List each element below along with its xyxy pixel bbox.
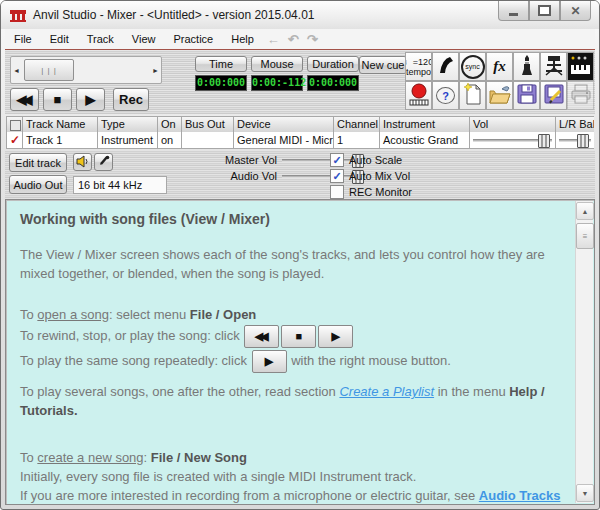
play-icon: ▶ [265, 352, 273, 371]
mouse-counter: Mouse 0:00:-112 [251, 56, 303, 91]
scroll-up-icon[interactable]: ▲ [576, 202, 594, 220]
create-a-playlist-link[interactable]: Create a Playlist [339, 384, 434, 399]
audio-out-button[interactable]: Audio Out [9, 175, 67, 194]
redo-icon[interactable]: ↷ [303, 32, 322, 47]
restore-button[interactable] [529, 1, 560, 21]
window-title: Anvil Studio - Mixer - <Untitled> - vers… [33, 8, 314, 22]
file-open-bold: File / Open [190, 307, 256, 322]
text: : select menu [109, 307, 190, 322]
help-scrollbar[interactable]: ▲ ≡ ▼ [575, 201, 593, 503]
menu-bar: File Edit Track View Practice Help ← ↶ ↷ [5, 29, 595, 50]
stop-button[interactable]: ■ [43, 88, 72, 111]
tempo-value: ♩=120 [405, 57, 432, 67]
undo-icon[interactable]: ↶ [284, 32, 303, 47]
auto-mix-vol-checkbox[interactable]: ✓ Auto Mix Vol [330, 169, 410, 183]
col-instrument[interactable]: Instrument [380, 116, 470, 132]
track-device-cell[interactable]: General MIDI - Microso [234, 132, 334, 149]
mouse-button[interactable]: Mouse [251, 56, 303, 72]
drum-kit-button[interactable] [540, 52, 567, 81]
toolbar-icon-grid: ♩=120 tempo sync fx [405, 52, 594, 110]
audio-input-button[interactable] [513, 52, 540, 81]
text: To play several songs, one after the oth… [20, 384, 339, 399]
col-channel[interactable]: Channel [334, 116, 380, 132]
play-icon: ▶ [86, 92, 96, 107]
help-playlist-line: To play several songs, one after the oth… [20, 382, 568, 420]
save-as-button[interactable] [540, 81, 567, 110]
tempo-button[interactable]: ♩=120 tempo [405, 52, 432, 81]
open-folder-icon [488, 83, 512, 109]
audio-tracks-link[interactable]: Audio Tracks [479, 488, 561, 503]
rewind-button[interactable]: ◀◀ [10, 88, 39, 111]
track-channel-cell[interactable]: 1 [334, 132, 380, 149]
time-display: 0:00:000 [195, 75, 247, 91]
duration-button[interactable]: Duration [307, 56, 359, 72]
col-vol[interactable]: Vol [470, 116, 556, 132]
menu-file[interactable]: File [5, 31, 41, 47]
file-new-song-bold: File / New Song [151, 450, 247, 465]
select-all-checkbox[interactable] [6, 116, 23, 132]
volume-thumb[interactable] [538, 134, 550, 148]
track-instrument-cell[interactable]: Acoustic Grand [380, 132, 470, 149]
record-icon [408, 82, 430, 110]
rec-monitor-checkbox[interactable]: REC Monitor [330, 185, 412, 199]
play-button[interactable]: ▶ [76, 88, 105, 111]
rename-track-button[interactable] [94, 153, 113, 171]
track-name-cell[interactable]: Track 1 [23, 132, 98, 149]
balance-thumb[interactable] [577, 134, 589, 148]
auto-scale-checkbox[interactable]: ✓ Auto Scale [330, 153, 402, 167]
master-vol-label: Master Vol [215, 154, 277, 166]
help-repeat-line: To play the same song repeatedly: click … [20, 349, 568, 374]
sync-button[interactable]: sync [459, 52, 486, 81]
audio-format-field[interactable]: 16 bit 44 kHz [73, 176, 167, 194]
new-cue-button[interactable]: New cue [359, 56, 407, 74]
track-type-cell[interactable]: Instrument [98, 132, 158, 149]
menu-practice[interactable]: Practice [164, 31, 222, 47]
balance-groove [559, 139, 591, 142]
menu-edit[interactable]: Edit [41, 31, 78, 47]
help-button[interactable]: ? [432, 81, 459, 110]
edit-track-button[interactable]: Edit track [9, 153, 67, 172]
col-track-name[interactable]: Track Name [23, 116, 98, 132]
song-position-scrollbar[interactable]: ◄ | | | ► [10, 56, 162, 84]
sync-icon: sync [461, 55, 485, 79]
metronome-button[interactable] [432, 52, 459, 81]
record-button[interactable]: Rec [113, 88, 149, 111]
back-icon[interactable]: ← [263, 32, 284, 47]
scroll-down-icon[interactable]: ▼ [576, 484, 594, 502]
title-bar[interactable]: Anvil Studio - Mixer - <Untitled> - vers… [1, 1, 599, 29]
open-file-button[interactable] [486, 81, 513, 110]
help-audio-tracks-line: If you are more interested in recording … [20, 486, 568, 510]
new-file-button[interactable] [459, 81, 486, 110]
help-scroll-thumb[interactable]: ≡ [576, 223, 594, 249]
track-volume-slider[interactable] [470, 132, 556, 149]
text: To [20, 450, 37, 465]
time-button[interactable]: Time [195, 56, 247, 72]
menu-track[interactable]: Track [78, 31, 123, 47]
menu-view[interactable]: View [123, 31, 165, 47]
checkbox-check-icon: ✓ [330, 169, 344, 183]
menu-help[interactable]: Help [222, 31, 263, 47]
scroll-right-icon[interactable]: ► [150, 67, 161, 74]
col-type[interactable]: Type [98, 116, 158, 132]
save-button[interactable] [513, 81, 540, 110]
track-on-cell[interactable]: on [158, 132, 182, 149]
col-bus-out[interactable]: Bus Out [182, 116, 234, 132]
song-position-thumb[interactable]: | | | [24, 59, 74, 81]
track-selected-check[interactable]: ✓ [6, 132, 23, 149]
col-device[interactable]: Device [234, 116, 334, 132]
track-balance-slider[interactable] [556, 132, 594, 149]
speaker-icon [76, 155, 90, 170]
help-heading: Working with song files (View / Mixer) [20, 210, 568, 229]
record-midi-button[interactable] [405, 81, 432, 110]
track-bus-cell[interactable] [182, 132, 234, 149]
piano-keyboard-button[interactable] [567, 52, 594, 81]
audition-button[interactable] [73, 153, 92, 171]
col-on[interactable]: On [158, 116, 182, 132]
text: To rewind, stop, or play the song: click [20, 328, 240, 343]
col-balance[interactable]: L/R Balance [556, 116, 594, 132]
close-button[interactable]: ✕ [560, 1, 591, 21]
transport-controls: ◀◀ ■ ▶ Rec [10, 88, 149, 111]
minimize-button[interactable] [498, 1, 529, 21]
scroll-left-icon[interactable]: ◄ [11, 67, 22, 74]
effects-button[interactable]: fx [486, 52, 513, 81]
